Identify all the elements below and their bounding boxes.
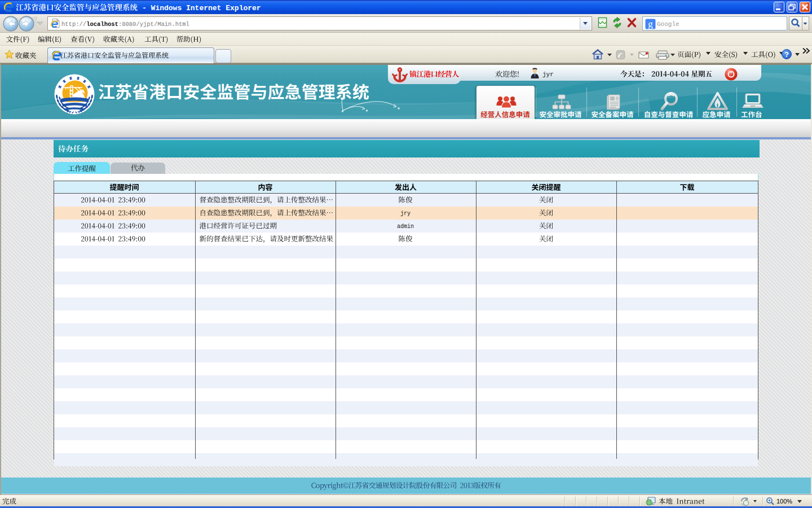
svg-text:g: g [648, 19, 653, 29]
svg-text:?: ? [784, 50, 789, 59]
